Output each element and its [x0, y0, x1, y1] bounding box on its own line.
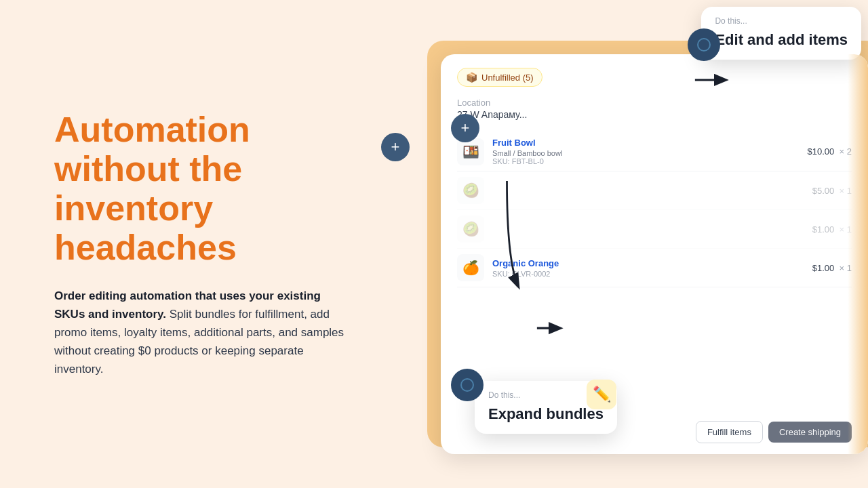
product-image: 🥝	[457, 216, 484, 243]
product-row: 🍊 Organic Orange SKU: CLVR-0002 $1.00 × …	[457, 249, 852, 287]
ui-card-content: 📦 Unfulfilled (5) Location 27 W Anapaму.…	[457, 68, 852, 287]
location-value: 27 W Anapaму...	[457, 109, 852, 120]
product-info: Organic Orange SKU: CLVR-0002	[492, 258, 804, 278]
tooltip-bottom-action: Expand bundles	[488, 405, 604, 423]
unfulfilled-badge: 📦 Unfulfilled (5)	[457, 68, 542, 87]
product-image: 🍱	[457, 138, 484, 165]
fulfill-button[interactable]: Fulfill items	[696, 421, 763, 443]
product-sku: SKU: FBT-BL-0	[492, 157, 800, 165]
product-image: 🥝	[457, 177, 484, 204]
product-name: Organic Orange	[492, 258, 804, 268]
product-row: 🥝 $5.00 × 1	[457, 171, 852, 210]
badge-label: Unfulfilled (5)	[481, 73, 534, 83]
product-price: $1.00 × 1	[812, 263, 852, 273]
bottom-actions: Fulfill items Create shipping	[696, 421, 852, 443]
fade-overlay	[848, 54, 868, 454]
location-label: Location	[457, 98, 852, 108]
product-row: 🍱 Fruit Bowl Small / Bamboo bowl SKU: FB…	[457, 132, 852, 171]
circle-node-top	[688, 28, 720, 61]
svg-point-0	[698, 39, 710, 51]
product-row: 🥝 $1.00 × 1	[457, 210, 852, 249]
headline: Automation without the inventory headach…	[54, 110, 353, 268]
tooltip-top-label: Do this...	[715, 16, 848, 26]
tooltip-top-action: Edit and add items	[715, 31, 848, 49]
shipping-button[interactable]: Create shipping	[768, 422, 852, 443]
product-image: 🍊	[457, 254, 484, 281]
svg-point-1	[461, 379, 473, 391]
product-price: $10.00 × 2	[808, 146, 852, 157]
product-name: Fruit Bowl	[492, 138, 800, 148]
right-panel: 📦 Unfulfilled (5) Location 27 W Anapaму.…	[387, 0, 868, 488]
circle-node-bottom	[451, 369, 484, 401]
product-price: $1.00 × 1	[812, 224, 852, 235]
edit-icon: ✏️	[587, 380, 616, 409]
product-sku: SKU: CLVR-0002	[492, 270, 804, 278]
plus-button-left[interactable]: +	[381, 133, 410, 161]
plus-button-mid[interactable]: +	[451, 114, 479, 142]
product-variant: Small / Bamboo bowl	[492, 149, 800, 157]
badge-icon: 📦	[466, 72, 477, 83]
product-price: $5.00 × 1	[812, 186, 852, 196]
body-text: Order editing automation that uses your …	[54, 287, 353, 379]
left-panel: Automation without the inventory headach…	[0, 0, 387, 488]
tooltip-edit-items: Do this... Edit and add items	[701, 7, 861, 60]
product-info: Fruit Bowl Small / Bamboo bowl SKU: FBT-…	[492, 138, 800, 165]
